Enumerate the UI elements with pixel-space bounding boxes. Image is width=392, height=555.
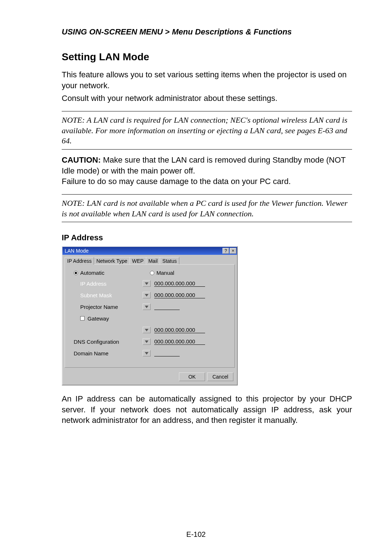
caution-block: CAUTION: Make sure that the LAN card is … bbox=[62, 155, 352, 176]
breadcrumb-sub: Menu Descriptions & Functions bbox=[172, 27, 292, 36]
description-para: An IP address can be automatically assig… bbox=[62, 393, 352, 426]
radio-automatic-label: Automatic bbox=[80, 270, 105, 276]
radio-manual[interactable]: Manual bbox=[150, 270, 174, 276]
dns-config-value[interactable]: 000.000.000.000 bbox=[154, 338, 205, 345]
dialog-button-bar: OK Cancel bbox=[62, 370, 237, 385]
note-1: NOTE: A LAN card is required for LAN con… bbox=[62, 115, 352, 146]
help-button[interactable]: ? bbox=[222, 248, 229, 254]
chevron-down-icon bbox=[145, 306, 148, 308]
divider bbox=[62, 222, 352, 222]
caution-text-2: Failure to do so may cause damage to the… bbox=[62, 176, 352, 187]
subnet-mask-dropdown[interactable] bbox=[143, 292, 151, 298]
divider bbox=[62, 111, 352, 111]
breadcrumb: USING ON-SCREEN MENU > Menu Descriptions… bbox=[62, 27, 352, 37]
chevron-down-icon bbox=[145, 282, 148, 285]
intro-para-1: This feature allows you to set various s… bbox=[62, 69, 352, 91]
tab-wep[interactable]: WEP bbox=[130, 257, 146, 265]
section-heading-ip: IP Address bbox=[62, 233, 352, 242]
chevron-down-icon bbox=[145, 294, 148, 297]
tab-network-type[interactable]: Network Type bbox=[94, 257, 130, 265]
chevron-down-icon bbox=[145, 329, 148, 331]
ok-button[interactable]: OK bbox=[179, 372, 205, 381]
subnet-mask-value[interactable]: 000.000.000.000 bbox=[154, 292, 205, 298]
radio-automatic[interactable]: Automatic bbox=[74, 270, 150, 276]
intro-para-2: Consult with your network administrator … bbox=[62, 93, 352, 104]
divider bbox=[62, 194, 352, 195]
gateway-value[interactable]: 000.000.000.000 bbox=[154, 327, 205, 333]
ip-address-label: IP Address bbox=[74, 281, 143, 287]
caution-label: CAUTION: bbox=[62, 155, 101, 164]
tab-panel-ip: Automatic Manual IP Address 000.000.000.… bbox=[65, 264, 235, 368]
tab-mail[interactable]: Mail bbox=[146, 257, 160, 265]
cancel-button[interactable]: Cancel bbox=[207, 372, 233, 381]
dns-config-dropdown[interactable] bbox=[143, 338, 151, 345]
page-number: E-102 bbox=[0, 530, 392, 539]
projector-name-value[interactable] bbox=[154, 303, 180, 310]
radio-manual-label: Manual bbox=[156, 270, 174, 276]
chevron-down-icon bbox=[145, 340, 148, 343]
tab-ip-address[interactable]: IP Address bbox=[65, 257, 94, 265]
gateway-dropdown[interactable] bbox=[143, 327, 151, 333]
ip-address-value[interactable]: 000.000.000.000 bbox=[154, 280, 205, 287]
close-button[interactable]: × bbox=[230, 248, 236, 254]
dialog-titlebar: LAN Mode ? × bbox=[62, 247, 237, 255]
radio-icon bbox=[74, 271, 78, 275]
ip-address-dropdown[interactable] bbox=[143, 280, 151, 287]
tab-status[interactable]: Status bbox=[160, 257, 179, 265]
note-2: NOTE: LAN card is not available when a P… bbox=[62, 198, 352, 219]
domain-name-dropdown[interactable] bbox=[143, 350, 151, 356]
gateway-label: Gateway bbox=[87, 315, 109, 322]
gateway-checkbox[interactable] bbox=[80, 316, 85, 321]
domain-name-label: Domain Name bbox=[74, 350, 143, 356]
dns-config-label: DNS Configuration bbox=[74, 339, 143, 345]
projector-name-dropdown[interactable] bbox=[143, 303, 151, 310]
breadcrumb-section: USING ON-SCREEN MENU bbox=[62, 27, 163, 36]
lan-mode-dialog: LAN Mode ? × IP Address Network Type WEP… bbox=[62, 246, 238, 385]
projector-name-label: Projector Name bbox=[74, 304, 143, 310]
chevron-down-icon bbox=[145, 352, 148, 355]
tab-strip: IP Address Network Type WEP Mail Status bbox=[65, 257, 235, 265]
breadcrumb-separator: > bbox=[165, 27, 170, 36]
page-title: Setting LAN Mode bbox=[62, 51, 352, 63]
divider bbox=[62, 149, 352, 150]
subnet-mask-label: Subnet Mask bbox=[74, 292, 143, 298]
dialog-title: LAN Mode bbox=[65, 248, 222, 254]
domain-name-value[interactable] bbox=[154, 350, 180, 356]
caution-text-1: Make sure that the LAN card is removed d… bbox=[62, 155, 346, 175]
radio-icon bbox=[150, 271, 154, 275]
